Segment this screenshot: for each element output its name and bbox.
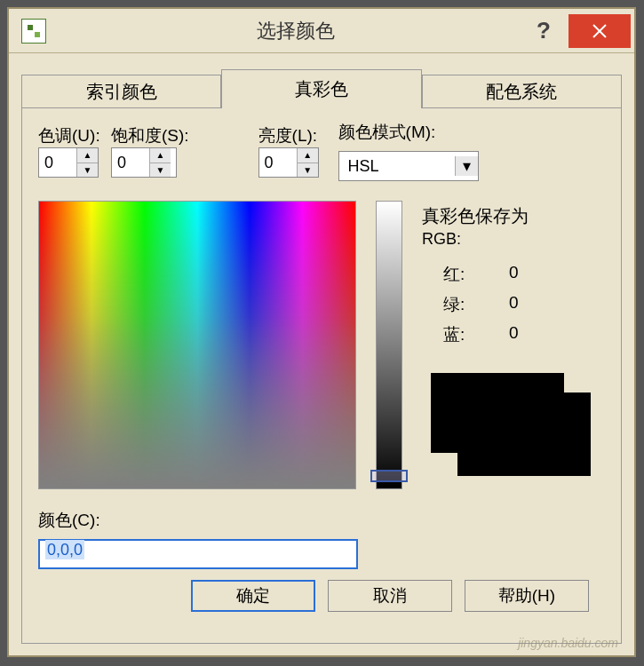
truecolor-panel: 色调(U): ▲▼ 饱和度(S): ▲▼ 亮度(L): bbox=[21, 107, 622, 644]
lightness-slider[interactable] bbox=[370, 201, 408, 489]
tab-true-color[interactable]: 真彩色 bbox=[221, 69, 421, 108]
hue-sat-field[interactable] bbox=[38, 201, 356, 489]
hue-spinner[interactable]: ▲▼ bbox=[38, 147, 99, 178]
hue-label: 色调(U): bbox=[38, 124, 111, 147]
dialog-buttons: 确定 取消 帮助(H) bbox=[38, 569, 605, 612]
color-swatch bbox=[422, 373, 605, 478]
mode-label: 颜色模式(M): bbox=[338, 121, 479, 144]
dialog-title: 选择颜色 bbox=[46, 18, 519, 44]
hue-input[interactable] bbox=[39, 148, 76, 177]
color-dialog: 选择颜色 ? 索引颜色 真彩色 配色系统 色调(U): ▲▼ 饱和度(S) bbox=[7, 7, 636, 657]
sat-up[interactable]: ▲ bbox=[150, 148, 171, 163]
hsl-inputs-row: 色调(U): ▲▼ 饱和度(S): ▲▼ 亮度(L): bbox=[38, 121, 605, 181]
lightness-gradient bbox=[376, 201, 402, 489]
light-up[interactable]: ▲ bbox=[298, 148, 318, 163]
app-icon bbox=[21, 19, 46, 44]
red-label: 红: bbox=[443, 263, 479, 286]
ok-button[interactable]: 确定 bbox=[191, 580, 315, 612]
help-button[interactable]: ? bbox=[519, 14, 568, 48]
hue-down[interactable]: ▼ bbox=[77, 163, 98, 178]
tab-index-color[interactable]: 索引颜色 bbox=[21, 75, 221, 108]
blue-value: 0 bbox=[509, 323, 519, 346]
svg-rect-1 bbox=[35, 32, 40, 37]
color-text-value: 0,0,0 bbox=[45, 540, 84, 559]
color-field-label: 颜色(C): bbox=[38, 509, 605, 532]
blue-label: 蓝: bbox=[443, 323, 479, 346]
hue-up[interactable]: ▲ bbox=[77, 148, 98, 163]
picker-row: 真彩色保存为 RGB: 红:0 绿:0 蓝:0 bbox=[38, 201, 605, 489]
titlebar: 选择颜色 ? bbox=[9, 9, 634, 53]
green-label: 绿: bbox=[443, 293, 479, 316]
close-button[interactable] bbox=[568, 14, 631, 48]
light-spinner[interactable]: ▲▼ bbox=[258, 147, 319, 178]
mode-value: HSL bbox=[339, 157, 455, 176]
light-label: 亮度(L): bbox=[258, 124, 331, 147]
color-mode-select[interactable]: HSL ▾ bbox=[338, 151, 479, 181]
light-down[interactable]: ▼ bbox=[298, 163, 318, 178]
sat-input[interactable] bbox=[112, 148, 149, 177]
color-text-input[interactable]: 0,0,0 bbox=[38, 539, 358, 569]
sat-label: 饱和度(S): bbox=[111, 124, 189, 147]
saturation-overlay bbox=[39, 202, 355, 488]
svg-rect-0 bbox=[28, 25, 33, 30]
light-input[interactable] bbox=[259, 148, 297, 177]
client-area: 索引颜色 真彩色 配色系统 色调(U): ▲▼ 饱和度(S): ▲▼ bbox=[9, 53, 634, 654]
rgb-label: RGB: bbox=[422, 230, 605, 249]
red-value: 0 bbox=[509, 263, 519, 286]
lightness-thumb[interactable] bbox=[370, 470, 408, 482]
sat-down[interactable]: ▼ bbox=[150, 163, 171, 178]
new-color-swatch bbox=[457, 392, 591, 476]
chevron-down-icon[interactable]: ▾ bbox=[455, 156, 478, 176]
green-value: 0 bbox=[509, 293, 519, 316]
rgb-readout: 真彩色保存为 RGB: 红:0 绿:0 蓝:0 bbox=[422, 201, 605, 489]
saveas-label: 真彩色保存为 bbox=[422, 204, 605, 228]
sat-spinner[interactable]: ▲▼ bbox=[111, 147, 177, 178]
close-icon bbox=[592, 23, 608, 39]
help-button-footer[interactable]: 帮助(H) bbox=[465, 580, 589, 612]
watermark: jingyan.baidu.com bbox=[518, 636, 618, 650]
tab-strip: 索引颜色 真彩色 配色系统 bbox=[21, 69, 622, 108]
tab-color-scheme[interactable]: 配色系统 bbox=[422, 75, 622, 108]
cancel-button[interactable]: 取消 bbox=[328, 580, 452, 612]
